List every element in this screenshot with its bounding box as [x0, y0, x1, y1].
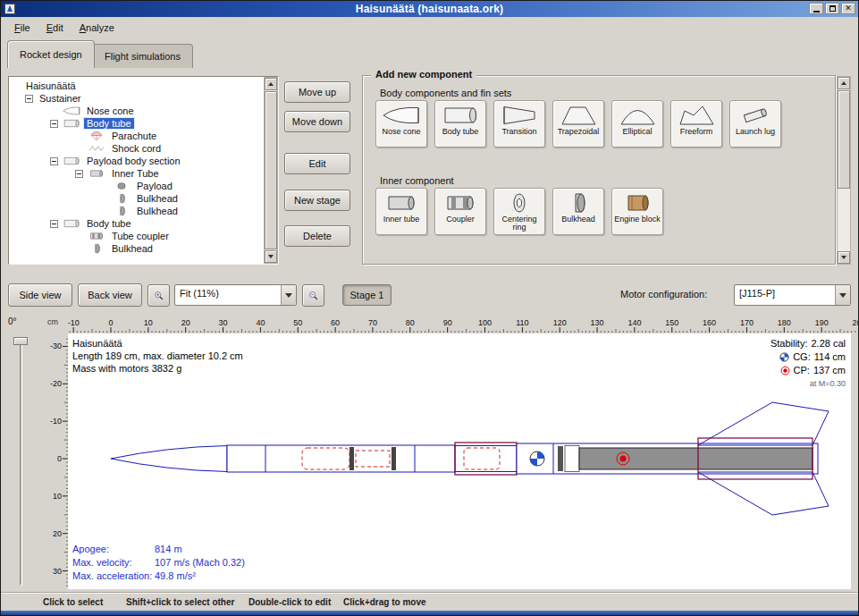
window-icon[interactable]	[4, 4, 15, 14]
component-tree[interactable]: HaisunäätäSustainerNose coneBody tubePar…	[11, 80, 262, 263]
tree-item-nose-cone[interactable]: Nose cone	[11, 105, 262, 117]
tree-item-bulkhead[interactable]: Bulkhead	[11, 205, 262, 217]
zoom-out-button[interactable]	[302, 284, 324, 307]
max-acceleration-label: Max. acceleration:	[72, 570, 155, 583]
rotation-slider[interactable]	[13, 335, 29, 587]
new-stage-button[interactable]: New stage	[284, 190, 350, 211]
fin-upper-shape[interactable]	[698, 402, 829, 445]
rotation-slider-track[interactable]	[20, 337, 22, 586]
close-button[interactable]: ✕	[841, 3, 855, 14]
engine-block-icon	[618, 191, 657, 215]
inner-tube-icon	[382, 191, 421, 215]
delete-button[interactable]: Delete	[284, 225, 350, 247]
menu-analyze[interactable]: Analyze	[72, 20, 122, 36]
bulkhead-shape[interactable]	[349, 447, 354, 470]
tree-item-shock-cord[interactable]: Shock cord	[11, 142, 262, 155]
bulkhead-icon	[87, 243, 106, 254]
palette-scrollbar[interactable]	[837, 76, 851, 265]
scroll-up-button[interactable]	[838, 77, 850, 89]
add-freeform-button[interactable]: Freeform	[670, 100, 722, 148]
tree-item-body-tube[interactable]: Body tube	[11, 117, 262, 130]
tree-expander-icon[interactable]	[50, 157, 58, 165]
tree-item-tube-coupler[interactable]: Tube coupler	[11, 230, 262, 242]
dropdown-button[interactable]	[835, 285, 850, 305]
tree-item-payload[interactable]: Payload	[11, 180, 262, 192]
forward-body-tube-shape[interactable]	[227, 445, 455, 472]
dropdown-button[interactable]	[281, 285, 296, 305]
tree-indent	[11, 123, 50, 124]
rotation-slider-thumb[interactable]	[13, 337, 28, 345]
tab-flight-simulations[interactable]: Flight simulations	[92, 44, 193, 68]
motor-configuration-select[interactable]: [J115-P]	[734, 284, 851, 306]
tree-scrollbar-thumb[interactable]	[265, 91, 277, 249]
maximize-button[interactable]	[825, 3, 839, 14]
fin-trapezoidal-icon	[559, 104, 598, 127]
component-button-label: Launch lug	[736, 128, 775, 136]
nose-cone-shape[interactable]	[111, 446, 227, 472]
add-inner-tube-button[interactable]: Inner tube	[375, 188, 427, 235]
add-body-tube-button[interactable]: Body tube	[434, 100, 486, 148]
minimize-button[interactable]	[809, 3, 823, 14]
stage-1-toggle[interactable]: Stage 1	[342, 284, 392, 306]
flight-info-block: Apogee:814 m Max. velocity:107 m/s (Mach…	[72, 543, 245, 583]
tree-indent	[11, 111, 62, 112]
tree-expander-icon[interactable]	[25, 95, 33, 103]
bulkhead-shape[interactable]	[392, 447, 396, 470]
tree-expander-icon[interactable]	[50, 120, 58, 128]
tree-expander-icon[interactable]	[75, 170, 83, 178]
scroll-up-button[interactable]	[265, 78, 277, 90]
tree-item-bulkhead[interactable]: Bulkhead	[11, 242, 262, 255]
add-centering-ring-button[interactable]: Centering ring	[493, 188, 545, 235]
tree-indent	[11, 224, 50, 224]
add-engine-block-button[interactable]: Engine block	[611, 188, 663, 235]
rocket-canvas[interactable]: Haisunäätä Length 189 cm, max. diameter …	[68, 333, 851, 589]
cp-value: 137 cm	[813, 364, 846, 377]
tree-item-inner-tube[interactable]: Inner Tube	[11, 167, 262, 180]
tree-item-body-tube[interactable]: Body tube	[11, 217, 262, 230]
svg-text:20: 20	[53, 529, 62, 538]
apogee-value: 814 m	[155, 544, 182, 554]
svg-text:10: 10	[53, 492, 62, 501]
zoom-in-button[interactable]	[147, 284, 170, 307]
component-button-label: Nose cone	[382, 128, 420, 136]
svg-text:90: 90	[443, 318, 452, 327]
title-bar[interactable]: Haisunäätä (haisunaata.ork) ✕	[1, 1, 858, 17]
add-launch-lug-button[interactable]: Launch lug	[729, 100, 781, 148]
rocket-name: Haisunäätä	[72, 337, 243, 350]
add-nose-cone-button[interactable]: Nose cone	[375, 100, 427, 148]
tree-scrollbar[interactable]	[264, 77, 278, 264]
tree-item-sustainer[interactable]: Sustainer	[11, 92, 262, 105]
payload-shape[interactable]	[464, 448, 500, 469]
fin-lower-shape[interactable]	[698, 472, 829, 515]
menu-edit[interactable]: Edit	[38, 20, 72, 36]
add-component-title: Add new component	[371, 69, 476, 80]
zoom-level-select[interactable]: Fit (11%)	[174, 284, 297, 306]
bulkhead-shape[interactable]	[558, 446, 563, 471]
scroll-down-button[interactable]	[265, 250, 277, 263]
tree-expander-icon[interactable]	[50, 220, 58, 228]
tree-item-parachute[interactable]: Parachute	[11, 130, 262, 142]
scroll-down-button[interactable]	[838, 251, 850, 264]
edit-button[interactable]: Edit	[284, 153, 350, 174]
tree-item-haisun-t[interactable]: Haisunäätä	[11, 80, 262, 92]
menu-file[interactable]: File	[6, 20, 38, 36]
move-down-button[interactable]: Move down	[284, 111, 350, 132]
tree-item-bulkhead[interactable]: Bulkhead	[11, 192, 262, 205]
svg-text:50: 50	[293, 318, 302, 327]
add-transition-button[interactable]: Transition	[493, 100, 545, 148]
add-coupler-button[interactable]: Coupler	[434, 188, 486, 235]
move-up-button[interactable]: Move up	[284, 81, 350, 103]
motor-configuration-label: Motor configuration:	[620, 289, 707, 300]
add-bulkhead-button[interactable]: Bulkhead	[552, 188, 604, 235]
max-acceleration-value: 49.8 m/s²	[155, 570, 196, 581]
tab-rocket-design[interactable]: Rocket design	[7, 40, 95, 68]
motor-shape[interactable]	[579, 448, 813, 469]
back-view-button[interactable]: Back view	[78, 283, 142, 307]
svg-text:190: 190	[815, 318, 829, 327]
minimize-icon	[813, 11, 820, 13]
side-view-button[interactable]: Side view	[8, 283, 72, 307]
palette-scrollbar-thumb[interactable]	[838, 90, 850, 189]
tree-item-payload-body-section[interactable]: Payload body section	[11, 155, 262, 167]
add-trapezoidal-button[interactable]: Trapezoidal	[552, 100, 604, 148]
add-elliptical-button[interactable]: Elliptical	[611, 100, 663, 148]
